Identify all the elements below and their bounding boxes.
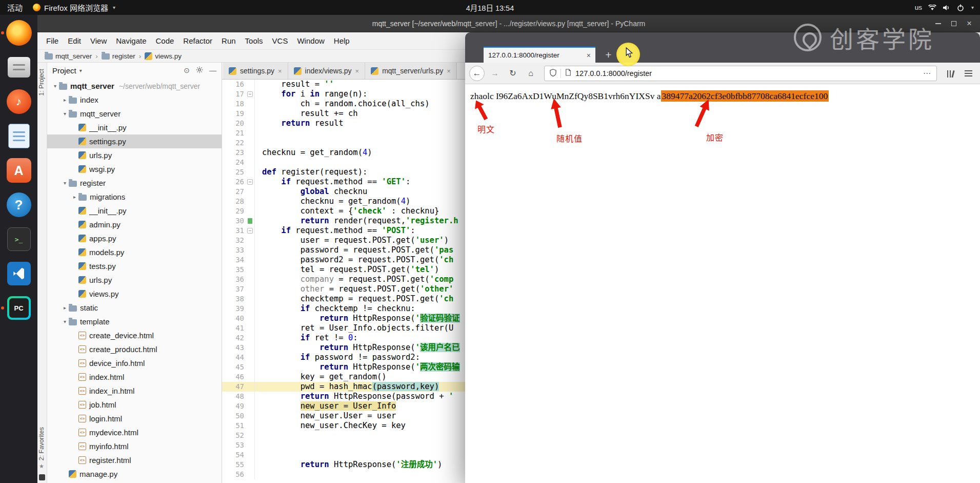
gutter[interactable]: 33 [222, 245, 255, 255]
gutter[interactable]: 36 [222, 275, 255, 284]
chevron-right-icon[interactable]: ▸ [71, 194, 78, 200]
gutter[interactable]: 16 [222, 80, 255, 89]
dock-item-help[interactable]: ? [5, 190, 33, 219]
tree-item-models.py[interactable]: models.py [47, 245, 222, 259]
new-tab-button[interactable]: + [602, 48, 615, 62]
page-info-icon[interactable] [565, 69, 571, 78]
tree-item-device_info.html[interactable]: <>device_info.html [47, 356, 222, 370]
tree-item-index_in.html[interactable]: <>index_in.html [47, 384, 222, 398]
gutter[interactable]: 31− [222, 226, 255, 236]
tree-item-urls.py[interactable]: urls.py [47, 148, 222, 162]
gutter[interactable]: 46 [222, 372, 255, 382]
gutter[interactable]: 23 [222, 148, 255, 158]
gutter[interactable]: 38 [222, 294, 255, 304]
tool-button-favorites[interactable]: 2: Favorites [38, 427, 45, 460]
tree-item-index[interactable]: ▸index [47, 93, 222, 107]
gutter[interactable]: 19 [222, 109, 255, 119]
menu-vcs[interactable]: VCS [268, 36, 293, 45]
tab-close-icon[interactable]: × [355, 67, 359, 75]
minimize-button[interactable] [935, 23, 941, 24]
gutter[interactable]: 34 [222, 255, 255, 265]
activities-button[interactable]: 活动 [7, 2, 23, 13]
gutter[interactable]: 26− [222, 177, 255, 187]
tab-close-icon[interactable]: × [447, 67, 451, 75]
tab-close-icon[interactable]: × [278, 67, 282, 75]
tree-item-static[interactable]: ▸static [47, 301, 222, 315]
menu-window[interactable]: Window [292, 36, 329, 45]
gutter[interactable]: 18 [222, 99, 255, 109]
project-panel-title[interactable]: Project [52, 66, 76, 75]
pycharm-titlebar[interactable]: mqtt_server [~/server/web/mqtt_server] -… [37, 15, 980, 32]
tree-item-apps.py[interactable]: apps.py [47, 231, 222, 245]
gutter[interactable]: 35 [222, 265, 255, 275]
url-text[interactable]: 127.0.0.1:8000/register [575, 69, 919, 78]
gutter[interactable]: 44 [222, 353, 255, 362]
tree-item-manage.py[interactable]: manage.py [47, 467, 222, 481]
gutter[interactable]: 43 [222, 343, 255, 353]
gutter[interactable]: 50 [222, 411, 255, 421]
gutter[interactable]: 22 [222, 138, 255, 148]
locate-icon[interactable]: ⊙ [184, 66, 190, 74]
gutter[interactable]: 51 [222, 421, 255, 431]
dock-item-software[interactable]: A [5, 156, 33, 185]
gutter[interactable]: 47 [222, 382, 255, 392]
tree-item-index.html[interactable]: <>index.html [47, 370, 222, 384]
gutter[interactable]: 32 [222, 236, 255, 245]
gutter[interactable]: 52 [222, 431, 255, 440]
gutter[interactable]: 55 [222, 460, 255, 470]
gutter[interactable]: 53 [222, 440, 255, 450]
reload-button[interactable]: ↻ [505, 66, 521, 81]
menu-icon[interactable] [961, 66, 976, 81]
page-actions-icon[interactable]: ⋯ [923, 69, 931, 78]
tree-item-views.py[interactable]: views.py [47, 287, 222, 301]
chevron-down-icon[interactable]: ▾ [61, 319, 69, 324]
gutter[interactable]: 20 [222, 119, 255, 128]
menu-run[interactable]: Run [217, 36, 241, 45]
gutter[interactable]: 27 [222, 187, 255, 197]
network-icon[interactable] [928, 5, 936, 11]
firefox-tabbar[interactable]: 127.0.0.1:8000/register × + [465, 32, 980, 63]
url-bar[interactable]: 127.0.0.1:8000/register ⋯ [544, 66, 937, 81]
tree-item-migrations[interactable]: ▸migrations [47, 190, 222, 204]
gutter[interactable]: 42 [222, 333, 255, 343]
menu-file[interactable]: File [42, 36, 63, 45]
shield-icon[interactable] [550, 69, 556, 78]
clock[interactable]: 4月18日 13:54 [466, 2, 514, 13]
dock-item-terminal[interactable]: >_ [5, 225, 33, 254]
tree-item-tests.py[interactable]: tests.py [47, 259, 222, 273]
editor-tab-indexviews.py[interactable]: index/views.py× [288, 63, 366, 79]
menu-refactor[interactable]: Refactor [178, 36, 217, 45]
fold-icon[interactable]: − [247, 91, 253, 97]
power-icon[interactable] [957, 4, 964, 11]
chevron-right-icon[interactable]: ▸ [61, 97, 69, 103]
tree-item-register[interactable]: ▾register [47, 176, 222, 190]
gutter[interactable]: 21 [222, 128, 255, 138]
tree-item-create_device.html[interactable]: <>create_device.html [47, 329, 222, 342]
browser-tab[interactable]: 127.0.0.1:8000/register × [484, 47, 595, 63]
tab-close-icon[interactable]: × [587, 51, 591, 60]
library-icon[interactable] [943, 66, 958, 81]
gutter[interactable]: 25 [222, 167, 255, 177]
volume-icon[interactable] [943, 5, 951, 11]
tree-item-register.html[interactable]: <>register.html [47, 453, 222, 467]
tree-item-create_product.html[interactable]: <>create_product.html [47, 342, 222, 356]
dock-item-libreoffice[interactable] [5, 122, 33, 150]
chevron-down-icon[interactable]: ▾ [79, 68, 82, 73]
tree-item-wsgi.py[interactable]: wsgi.py [47, 162, 222, 176]
tree-item-mydevice.html[interactable]: <>mydevice.html [47, 426, 222, 439]
tree-item-urls.py[interactable]: urls.py [47, 273, 222, 287]
tree-item-login.html[interactable]: <>login.html [47, 412, 222, 426]
gutter[interactable]: 48 [222, 392, 255, 401]
fold-icon[interactable]: − [247, 179, 253, 185]
maximize-button[interactable] [951, 21, 956, 26]
breadcrumb-item[interactable]: mqtt_server [45, 52, 92, 60]
gutter[interactable]: 45 [222, 362, 255, 372]
keyboard-layout-indicator[interactable]: us [915, 4, 922, 11]
menu-view[interactable]: View [86, 36, 111, 45]
dock-item-files[interactable] [5, 53, 33, 82]
fold-icon[interactable]: − [247, 228, 253, 234]
close-button[interactable]: × [967, 19, 972, 28]
chevron-down-icon[interactable]: ▾ [971, 5, 974, 10]
breadcrumb-item[interactable]: register [102, 52, 135, 60]
gutter[interactable]: 28 [222, 197, 255, 206]
